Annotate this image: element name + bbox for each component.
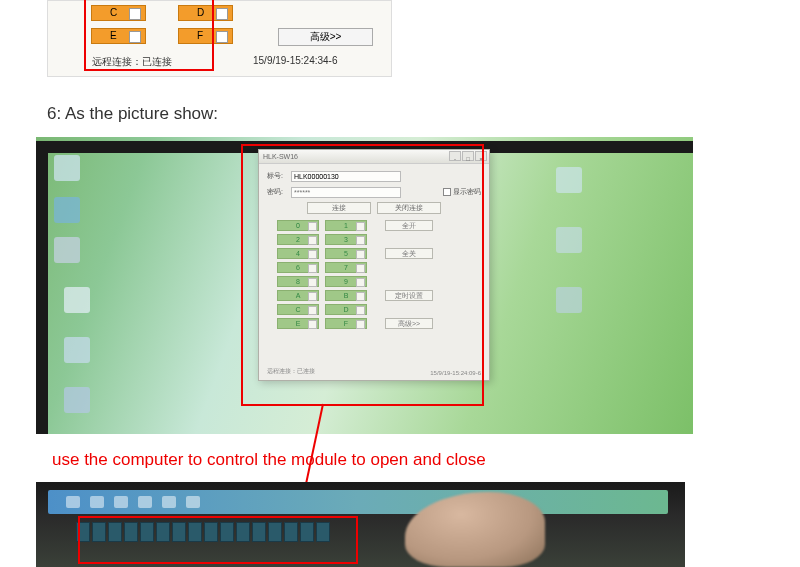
hardware-photo xyxy=(36,482,685,567)
relay-button[interactable]: 5 xyxy=(325,248,367,259)
desktop-icon xyxy=(54,237,80,263)
timestamp: 15/9/19-15:24:34-6 xyxy=(253,55,338,66)
maximize-icon[interactable]: □ xyxy=(462,151,474,161)
relay-button[interactable]: 0 xyxy=(277,220,319,231)
window-titlebar: HLK-SW16 - □ × xyxy=(259,150,489,164)
desktop-icon xyxy=(556,287,582,313)
taskbar-icon xyxy=(90,496,104,508)
pwd-input[interactable] xyxy=(291,187,401,198)
relay-button-f[interactable]: F xyxy=(178,28,233,44)
taskbar-icon xyxy=(114,496,128,508)
connection-status: 远程连接：已连接 xyxy=(92,55,172,69)
relay-button[interactable]: 7 xyxy=(325,262,367,273)
top-partial-screenshot: C D E F 高级>> 远程连接：已连接 15/9/19-15:24:34-6 xyxy=(47,0,392,77)
show-pwd-checkbox[interactable] xyxy=(443,188,451,196)
relay-button[interactable]: 1 xyxy=(325,220,367,231)
relay-grid: 0 1 全开 2 3 4 5 全关 6 7 8 xyxy=(267,220,481,329)
show-pwd-label: 显示密码 xyxy=(453,187,481,197)
taskbar-icon xyxy=(186,496,200,508)
taskbar-icon xyxy=(162,496,176,508)
disconnect-button[interactable]: 关闭连接 xyxy=(377,202,441,214)
open-all-button[interactable]: 全开 xyxy=(385,220,433,231)
relay-button[interactable]: 9 xyxy=(325,276,367,287)
close-all-button[interactable]: 全关 xyxy=(385,248,433,259)
relay-button[interactable]: 6 xyxy=(277,262,319,273)
relay-button-c[interactable]: C xyxy=(91,5,146,21)
taskbar-icon xyxy=(138,496,152,508)
relay-hardware xyxy=(76,522,330,542)
desktop-icon xyxy=(64,287,90,313)
window-status: 远程连接：已连接 xyxy=(267,367,315,376)
advanced-button[interactable]: 高级>> xyxy=(385,318,433,329)
relay-button[interactable]: 8 xyxy=(277,276,319,287)
relay-button[interactable]: D xyxy=(325,304,367,315)
relay-button-e[interactable]: E xyxy=(91,28,146,44)
id-label: 标号: xyxy=(267,171,291,181)
desktop-icon xyxy=(54,197,80,223)
relay-button-d[interactable]: D xyxy=(178,5,233,21)
relay-button[interactable]: B xyxy=(325,290,367,301)
id-input[interactable] xyxy=(291,171,401,182)
pwd-label: 密码: xyxy=(267,187,291,197)
relay-button[interactable]: F xyxy=(325,318,367,329)
desktop-icon xyxy=(556,227,582,253)
relay-button[interactable]: A xyxy=(277,290,319,301)
taskbar-icon xyxy=(66,496,80,508)
relay-button[interactable]: 3 xyxy=(325,234,367,245)
desktop-icon xyxy=(64,337,90,363)
desktop-photo: HLK-SW16 - □ × 标号: 密码: 显示密码 连接 xyxy=(36,137,693,434)
relay-button[interactable]: C xyxy=(277,304,319,315)
desktop-icon xyxy=(556,167,582,193)
close-icon[interactable]: × xyxy=(475,151,487,161)
relay-button[interactable]: 4 xyxy=(277,248,319,259)
control-app-window: HLK-SW16 - □ × 标号: 密码: 显示密码 连接 xyxy=(258,149,490,381)
desktop-icon xyxy=(64,387,90,413)
relay-button[interactable]: E xyxy=(277,318,319,329)
advanced-button[interactable]: 高级>> xyxy=(278,28,373,46)
window-timestamp: 15/9/19-15:24:09-6 xyxy=(430,370,481,376)
timer-button[interactable]: 定时设置 xyxy=(385,290,433,301)
relay-button[interactable]: 2 xyxy=(277,234,319,245)
connect-button[interactable]: 连接 xyxy=(307,202,371,214)
minimize-icon[interactable]: - xyxy=(449,151,461,161)
annotation-caption: use the computer to control the module t… xyxy=(52,450,486,470)
window-title: HLK-SW16 xyxy=(263,153,298,160)
desktop-icon xyxy=(54,155,80,181)
step-heading: 6: As the picture show: xyxy=(47,104,218,124)
